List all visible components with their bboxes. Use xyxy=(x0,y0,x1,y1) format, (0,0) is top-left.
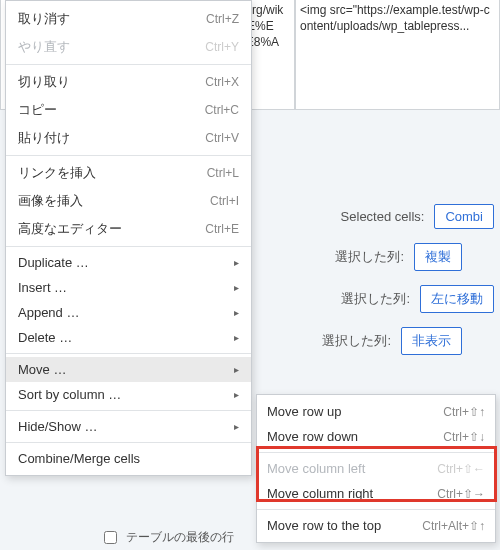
table-cell-html-b[interactable]: <img src="https://example.test/wp-conten… xyxy=(295,0,500,110)
context-menu: 取り消すCtrl+Zやり直すCtrl+Y切り取りCtrl+XコピーCtrl+C貼… xyxy=(5,0,252,476)
menu-item-label: Delete … xyxy=(18,330,226,345)
menu-item-item-1: やり直すCtrl+Y xyxy=(6,33,251,61)
menu-item-label: Sort by column … xyxy=(18,387,226,402)
menu-item-label: Move row to the top xyxy=(267,518,422,533)
menu-item-shortcut: Ctrl+Y xyxy=(205,40,239,54)
submenu-arrow-icon: ▸ xyxy=(234,332,239,343)
menu-item-shortcut: Ctrl+L xyxy=(207,166,239,180)
menu-separator xyxy=(6,64,251,65)
menu-item-shortcut: Ctrl+⇧← xyxy=(437,462,485,476)
menu-item-move[interactable]: Move …▸ xyxy=(6,357,251,382)
menu-item-shortcut: Ctrl+C xyxy=(205,103,239,117)
menu-item-label: コピー xyxy=(18,101,205,119)
submenu-item-move-column-left: Move column leftCtrl+⇧← xyxy=(257,456,495,481)
menu-item-item-9[interactable]: 高度なエディターCtrl+E xyxy=(6,215,251,243)
move-submenu: Move row upCtrl+⇧↑Move row downCtrl+⇧↓Mo… xyxy=(256,394,496,543)
menu-item-label: やり直す xyxy=(18,38,205,56)
menu-item-label: 貼り付け xyxy=(18,129,205,147)
menu-item-append[interactable]: Append …▸ xyxy=(6,300,251,325)
menu-separator xyxy=(6,246,251,247)
menu-item-item-8[interactable]: 画像を挿入Ctrl+I xyxy=(6,187,251,215)
selected-col-label-2: 選択した列: xyxy=(341,290,410,308)
menu-separator xyxy=(6,410,251,411)
menu-item-item-4[interactable]: コピーCtrl+C xyxy=(6,96,251,124)
menu-item-label: 画像を挿入 xyxy=(18,192,210,210)
menu-item-label: リンクを挿入 xyxy=(18,164,207,182)
menu-item-shortcut: Ctrl+I xyxy=(210,194,239,208)
submenu-arrow-icon: ▸ xyxy=(234,389,239,400)
menu-item-label: Hide/Show … xyxy=(18,419,226,434)
selected-col-label-3: 選択した列: xyxy=(322,332,391,350)
hide-button[interactable]: 非表示 xyxy=(401,327,462,355)
menu-item-item-5[interactable]: 貼り付けCtrl+V xyxy=(6,124,251,152)
menu-item-insert[interactable]: Insert …▸ xyxy=(6,275,251,300)
menu-item-label: Insert … xyxy=(18,280,226,295)
menu-item-label: Move column right xyxy=(267,486,437,501)
menu-item-label: Append … xyxy=(18,305,226,320)
submenu-arrow-icon: ▸ xyxy=(234,282,239,293)
menu-item-shortcut: Ctrl+V xyxy=(205,131,239,145)
menu-separator xyxy=(6,155,251,156)
menu-item-duplicate[interactable]: Duplicate …▸ xyxy=(6,250,251,275)
menu-item-label: Combine/Merge cells xyxy=(18,451,239,466)
menu-item-item-3[interactable]: 切り取りCtrl+X xyxy=(6,68,251,96)
menu-item-label: Move row down xyxy=(267,429,443,444)
menu-separator xyxy=(6,442,251,443)
menu-item-sort-by-column[interactable]: Sort by column …▸ xyxy=(6,382,251,407)
footer-checkbox[interactable] xyxy=(104,531,117,544)
menu-item-label: Move row up xyxy=(267,404,443,419)
menu-item-item-0[interactable]: 取り消すCtrl+Z xyxy=(6,5,251,33)
submenu-arrow-icon: ▸ xyxy=(234,307,239,318)
menu-separator xyxy=(6,353,251,354)
menu-item-hide-show[interactable]: Hide/Show …▸ xyxy=(6,414,251,439)
submenu-item-move-row-down[interactable]: Move row downCtrl+⇧↓ xyxy=(257,424,495,449)
menu-item-shortcut: Ctrl+E xyxy=(205,222,239,236)
submenu-item-move-column-right[interactable]: Move column rightCtrl+⇧→ xyxy=(257,481,495,506)
submenu-item-move-row-to-the-top[interactable]: Move row to the topCtrl+Alt+⇧↑ xyxy=(257,513,495,538)
submenu-arrow-icon: ▸ xyxy=(234,257,239,268)
menu-item-label: Move column left xyxy=(267,461,437,476)
menu-separator xyxy=(257,509,495,510)
right-panel: Selected cells: Combi 選択した列: 複製 選択した列: 左… xyxy=(250,180,500,379)
selected-cells-label: Selected cells: xyxy=(341,209,425,224)
menu-item-shortcut: Ctrl+⇧→ xyxy=(437,487,485,501)
menu-item-shortcut: Ctrl+X xyxy=(205,75,239,89)
move-left-button[interactable]: 左に移動 xyxy=(420,285,494,313)
menu-item-label: 高度なエディター xyxy=(18,220,205,238)
menu-separator xyxy=(257,452,495,453)
menu-item-combine-merge-cells[interactable]: Combine/Merge cells xyxy=(6,446,251,471)
submenu-arrow-icon: ▸ xyxy=(234,421,239,432)
menu-item-label: Duplicate … xyxy=(18,255,226,270)
submenu-item-move-row-up[interactable]: Move row upCtrl+⇧↑ xyxy=(257,399,495,424)
menu-item-shortcut: Ctrl+⇧↑ xyxy=(443,405,485,419)
menu-item-label: 取り消す xyxy=(18,10,206,28)
menu-item-label: Move … xyxy=(18,362,226,377)
combine-button[interactable]: Combi xyxy=(434,204,494,229)
bottom-option-row: テーブルの最後の行 xyxy=(100,528,234,547)
menu-item-label: 切り取り xyxy=(18,73,205,91)
menu-item-shortcut: Ctrl+Alt+⇧↑ xyxy=(422,519,485,533)
menu-item-item-7[interactable]: リンクを挿入Ctrl+L xyxy=(6,159,251,187)
footer-text: テーブルの最後の行 xyxy=(126,529,234,546)
menu-item-delete[interactable]: Delete …▸ xyxy=(6,325,251,350)
selected-col-label-1: 選択した列: xyxy=(335,248,404,266)
submenu-arrow-icon: ▸ xyxy=(234,364,239,375)
menu-item-shortcut: Ctrl+⇧↓ xyxy=(443,430,485,444)
menu-item-shortcut: Ctrl+Z xyxy=(206,12,239,26)
duplicate-button[interactable]: 複製 xyxy=(414,243,462,271)
